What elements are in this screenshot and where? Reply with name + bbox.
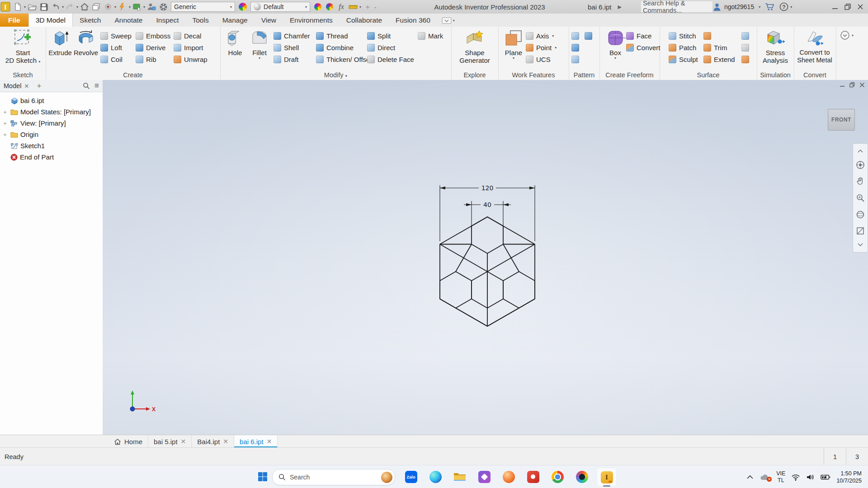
browser-tab-model[interactable]: Model [0, 82, 24, 89]
panel-label-explore[interactable]: Explore [451, 71, 498, 79]
taskbar-inventor-button[interactable]: I [597, 468, 617, 487]
record-button[interactable] [103, 1, 113, 12]
tab-fusion-360[interactable]: Fusion 360 [389, 14, 437, 27]
sketch-drawing[interactable]: 120 40 [425, 181, 561, 334]
appearance-selector[interactable]: Default ▾ [250, 2, 310, 12]
shape-generator-button[interactable]: Shape Generator [462, 28, 487, 64]
taskbar-edge-button[interactable] [426, 468, 445, 486]
tab-inspect[interactable]: Inspect [150, 14, 186, 27]
ribbon-appearance-toggle[interactable]: ▾ [442, 16, 457, 24]
freeform-face-button[interactable]: Face [626, 30, 660, 42]
help-icon[interactable]: ? [778, 1, 789, 12]
plane-button[interactable]: Plane ▾ [501, 28, 526, 60]
orbit-icon[interactable] [856, 210, 865, 219]
rectangular-pattern-button[interactable] [571, 30, 579, 42]
axis-dropdown[interactable]: ▾ [552, 34, 554, 38]
tab-sketch[interactable]: Sketch [73, 14, 108, 27]
tray-chevron-up-icon[interactable] [746, 475, 754, 479]
tab-file[interactable]: File [0, 14, 28, 27]
clear-appearance-icon[interactable] [324, 1, 335, 12]
taskbar-search-box[interactable]: Search [272, 469, 395, 485]
hole-button[interactable]: Hole [222, 28, 248, 56]
doc-tab-bai6[interactable]: bai 6.ipt ✕ [234, 435, 278, 448]
material-selector[interactable]: Generic ▾ [171, 2, 235, 12]
direct-button[interactable]: Direct [367, 42, 414, 53]
open-button[interactable] [27, 1, 38, 12]
battery-icon[interactable] [821, 474, 830, 480]
extrude-button[interactable]: Extrude [47, 28, 73, 56]
panel-label-work-features[interactable]: Work Features [498, 71, 569, 79]
delete-surface-button[interactable] [741, 42, 749, 53]
taskbar-firefox-button[interactable] [499, 468, 518, 486]
new-file-button[interactable] [12, 1, 23, 12]
navbar-scroll-up-icon[interactable] [857, 149, 863, 153]
replace-face-button[interactable] [741, 30, 749, 42]
taskbar-colorful-app-button[interactable] [572, 468, 591, 486]
taskbar-photos-button[interactable] [475, 468, 494, 486]
taskbar-chrome-button[interactable] [548, 468, 567, 486]
fillet-dropdown[interactable]: ▾ [259, 56, 260, 60]
coil-button[interactable]: Coil [100, 53, 132, 65]
tree-item-model-states[interactable]: ＋ Model States: [Primary] [2, 106, 103, 117]
panel-label-modify[interactable]: Modify ▾ [220, 71, 451, 79]
mirror-button[interactable] [585, 30, 592, 42]
doc-tab-home[interactable]: Home [108, 435, 148, 448]
restore-button[interactable] [844, 4, 851, 10]
qat-add-button[interactable]: ＋ [362, 1, 373, 12]
look-at-icon[interactable] [856, 226, 865, 235]
measure-dropdown[interactable]: ▾ [359, 5, 361, 9]
panel-label-sketch[interactable]: Sketch [0, 71, 46, 79]
copy-screen-icon[interactable] [91, 1, 102, 12]
cart-icon[interactable] [764, 1, 775, 12]
parameters-fx-button[interactable]: fx [336, 1, 347, 12]
model-states-expander[interactable]: ＋ [2, 108, 8, 116]
doc-close-button[interactable] [859, 82, 865, 88]
tab-collaborate[interactable]: Collaborate [340, 14, 389, 27]
language-indicator[interactable]: VIETL [776, 470, 785, 484]
browser-tab-close-icon[interactable]: ✕ [24, 83, 29, 89]
tab-tools[interactable]: Tools [185, 14, 215, 27]
redo-dropdown[interactable]: ▾ [76, 5, 78, 9]
tab-environments[interactable]: Environments [283, 14, 340, 27]
dimension-120-label[interactable]: 120 [481, 184, 494, 192]
viewcube[interactable]: FRONT [828, 109, 855, 131]
collaborate-user-icon[interactable] [146, 1, 157, 12]
rib-button[interactable]: Rib [136, 53, 170, 65]
viewport-3d[interactable]: FRONT [103, 80, 868, 435]
tab-view[interactable]: View [255, 14, 283, 27]
fillet-button[interactable]: Fillet ▾ [247, 28, 272, 60]
pan-hand-icon[interactable] [856, 177, 865, 186]
qat-customize-dropdown[interactable]: ⌄ [374, 5, 377, 9]
doc-tab-bai6-close-icon[interactable]: ✕ [267, 438, 272, 445]
viewcube-front-face[interactable]: FRONT [831, 117, 851, 123]
navbar-more-dropdown[interactable] [857, 243, 863, 247]
help-search-input[interactable]: Search Help & Commands... [641, 1, 712, 12]
ucs-button[interactable]: UCS [526, 53, 557, 65]
convert-to-sheet-metal-button[interactable]: Convert to Sheet Metal [802, 28, 827, 64]
browser-menu-icon[interactable]: ≡ [94, 81, 99, 90]
panel-label-create[interactable]: Create [46, 71, 220, 79]
origin-expander[interactable]: ＋ [2, 131, 8, 139]
render-wheel-icon[interactable] [158, 1, 169, 12]
volume-icon[interactable] [806, 474, 815, 481]
derive-button[interactable]: Derive [136, 42, 170, 53]
emboss-button[interactable]: Emboss [136, 30, 170, 42]
doc-tab-bai5-close-icon[interactable]: ✕ [181, 438, 186, 445]
combine-button[interactable]: Combine [316, 42, 372, 53]
tree-item-view[interactable]: ＋ View: [Primary] [2, 117, 103, 129]
ilogic-dropdown[interactable]: ▾ [129, 5, 131, 9]
adjust-appearance-icon[interactable] [312, 1, 323, 12]
panel-label-create-freeform[interactable]: Create Freeform [599, 71, 660, 79]
user-account-area[interactable]: ngot29615 ▾ ? ▾ [712, 0, 793, 14]
record-dropdown[interactable]: ▾ [114, 5, 116, 9]
doc-tab-bai4-close-icon[interactable]: ✕ [223, 438, 228, 445]
freeform-convert-button[interactable]: Convert [626, 42, 660, 53]
material-colorwheel-icon[interactable] [237, 1, 248, 12]
circular-pattern-button[interactable] [571, 42, 579, 53]
sculpt-button[interactable]: Sculpt [669, 53, 698, 65]
point-dropdown[interactable]: ▾ [555, 46, 557, 50]
panel-label-convert[interactable]: Convert [794, 71, 836, 79]
import-button[interactable]: Import [174, 42, 208, 53]
mark-button[interactable]: Mark [418, 30, 443, 42]
axis-button[interactable]: Axis▾ [526, 30, 557, 42]
